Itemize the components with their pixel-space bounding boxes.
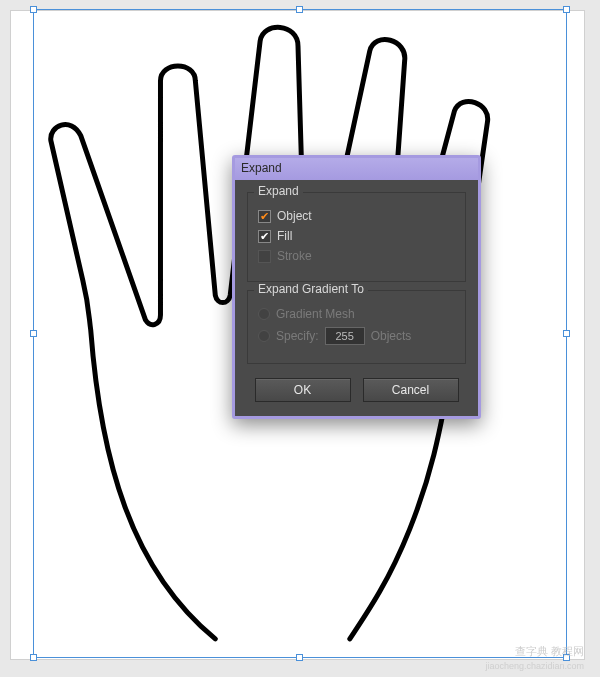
watermark-sub: jiaocheng.chazidian.com [485,661,584,671]
label-gradient-mesh: Gradient Mesh [276,307,355,321]
row-specify: Specify: 255 Objects [258,327,455,345]
label-specify-unit: Objects [371,329,412,343]
cancel-button[interactable]: Cancel [363,378,459,402]
selection-handle-bm[interactable] [296,654,303,661]
selection-handle-bl[interactable] [30,654,37,661]
group-gradient: Expand Gradient To Gradient Mesh Specify… [247,290,466,364]
expand-dialog: Expand Expand ✔ Object ✔ Fill Stroke Exp… [232,155,481,419]
group-expand: Expand ✔ Object ✔ Fill Stroke [247,192,466,282]
label-fill: Fill [277,229,292,243]
selection-handle-tl[interactable] [30,6,37,13]
checkbox-stroke [258,250,271,263]
group-expand-label: Expand [254,184,303,198]
label-specify: Specify: [276,329,319,343]
checkbox-fill[interactable]: ✔ [258,230,271,243]
selection-handle-tr[interactable] [563,6,570,13]
radio-specify [258,330,270,342]
radio-gradient-mesh [258,308,270,320]
input-specify-value: 255 [325,327,365,345]
label-stroke: Stroke [277,249,312,263]
row-stroke: Stroke [258,249,455,263]
dialog-title[interactable]: Expand [235,158,478,180]
row-gradient-mesh: Gradient Mesh [258,307,455,321]
selection-handle-tm[interactable] [296,6,303,13]
label-object: Object [277,209,312,223]
checkbox-object[interactable]: ✔ [258,210,271,223]
ok-button[interactable]: OK [255,378,351,402]
selection-handle-mr[interactable] [563,330,570,337]
group-gradient-label: Expand Gradient To [254,282,368,296]
row-object[interactable]: ✔ Object [258,209,455,223]
selection-handle-ml[interactable] [30,330,37,337]
dialog-body: Expand ✔ Object ✔ Fill Stroke Expand Gra… [235,180,478,416]
dialog-buttons: OK Cancel [247,378,466,402]
row-fill[interactable]: ✔ Fill [258,229,455,243]
watermark-main: 查字典 教程网 [515,644,584,659]
